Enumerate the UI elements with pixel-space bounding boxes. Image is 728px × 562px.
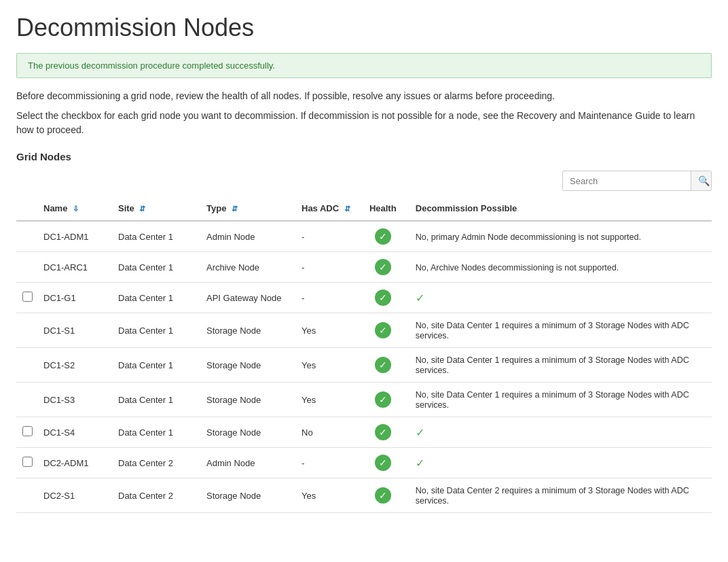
row-type: Admin Node [201, 221, 296, 252]
row-site: Data Center 1 [113, 283, 201, 313]
row-has-adc: - [296, 448, 356, 478]
row-checkbox-cell [16, 478, 38, 513]
row-health: ✓ [356, 417, 410, 448]
table-row: DC1-ADM1Data Center 1Admin Node-✓No, pri… [16, 221, 712, 252]
row-checkbox-cell [16, 283, 38, 313]
row-name: DC1-S4 [38, 417, 113, 448]
decommission-text: No, site Data Center 1 requires a minimu… [416, 321, 689, 340]
decommission-check-icon: ✓ [416, 427, 424, 438]
row-type: API Gateway Node [201, 283, 296, 313]
health-ok-icon: ✓ [375, 259, 391, 275]
row-health: ✓ [356, 478, 410, 513]
health-ok-icon: ✓ [375, 228, 391, 245]
row-type: Storage Node [201, 478, 296, 513]
row-name: DC1-S2 [38, 348, 113, 383]
table-header-row: Name ⇩ Site ⇵ Type ⇵ Has ADC ⇵ Health De… [16, 196, 712, 221]
row-checkbox-cell [16, 252, 38, 283]
table-row: DC1-ARC1Data Center 1Archive Node-✓No, A… [16, 252, 712, 283]
row-checkbox-cell [16, 417, 38, 448]
health-ok-icon: ✓ [375, 424, 391, 440]
name-sort-icon[interactable]: ⇩ [73, 205, 79, 213]
col-header-adc: Has ADC ⇵ [296, 196, 356, 221]
col-header-type: Type ⇵ [201, 196, 296, 221]
row-type: Storage Node [201, 313, 296, 348]
row-decommission: No, site Data Center 1 requires a minimu… [410, 383, 712, 417]
row-has-adc: - [296, 221, 356, 252]
row-checkbox-cell [16, 383, 38, 417]
row-checkbox-cell [16, 221, 38, 252]
row-type: Archive Node [201, 252, 296, 283]
row-has-adc: - [296, 283, 356, 313]
decommission-check-icon: ✓ [416, 292, 424, 304]
decommission-text: No, primary Admin Node decommissioning i… [416, 232, 641, 242]
section-title: Grid Nodes [16, 151, 712, 162]
row-health: ✓ [356, 448, 410, 478]
health-ok-icon: ✓ [375, 487, 391, 504]
health-ok-icon: ✓ [375, 391, 391, 408]
search-input[interactable] [563, 172, 691, 190]
row-has-adc: Yes [296, 348, 356, 383]
table-row: DC1-S4Data Center 1Storage NodeNo✓✓ [16, 417, 712, 448]
search-row: 🔍 [16, 171, 712, 191]
row-type: Storage Node [201, 383, 296, 417]
row-decommission: ✓ [410, 448, 712, 478]
row-health: ✓ [356, 348, 410, 383]
row-decommission: No, site Data Center 1 requires a minimu… [410, 348, 712, 383]
row-has-adc: - [296, 252, 356, 283]
row-checkbox[interactable] [22, 457, 33, 467]
row-health: ✓ [356, 221, 410, 252]
row-site: Data Center 1 [113, 313, 201, 348]
table-row: DC1-G1Data Center 1API Gateway Node-✓✓ [16, 283, 712, 313]
type-sort-icon[interactable]: ⇵ [232, 205, 238, 213]
row-has-adc: Yes [296, 383, 356, 417]
row-site: Data Center 2 [113, 478, 201, 513]
row-decommission: No, primary Admin Node decommissioning i… [410, 221, 712, 252]
row-site: Data Center 1 [113, 383, 201, 417]
row-type: Storage Node [201, 417, 296, 448]
row-decommission: No, site Data Center 2 requires a minimu… [410, 478, 712, 513]
row-name: DC1-S1 [38, 313, 113, 348]
col-header-decommission: Decommission Possible [410, 196, 712, 221]
decommission-text: No, site Data Center 1 requires a minimu… [416, 390, 689, 410]
row-site: Data Center 1 [113, 417, 201, 448]
row-name: DC1-ADM1 [38, 221, 113, 252]
decommission-text: No, site Data Center 2 requires a minimu… [416, 486, 689, 506]
adc-sort-icon[interactable]: ⇵ [344, 205, 350, 213]
row-name: DC1-S3 [38, 383, 113, 417]
row-checkbox[interactable] [22, 426, 33, 436]
table-row: DC1-S3Data Center 1Storage NodeYes✓No, s… [16, 383, 712, 417]
site-sort-icon[interactable]: ⇵ [139, 205, 145, 213]
row-type: Storage Node [201, 348, 296, 383]
row-name: DC1-ARC1 [38, 252, 113, 283]
row-has-adc: Yes [296, 313, 356, 348]
row-decommission: ✓ [410, 417, 712, 448]
row-checkbox-cell [16, 313, 38, 348]
row-has-adc: Yes [296, 478, 356, 513]
col-header-checkbox [16, 196, 38, 221]
row-checkbox[interactable] [22, 292, 33, 302]
decommission-text: No, site Data Center 1 requires a minimu… [416, 355, 689, 375]
table-row: DC1-S1Data Center 1Storage NodeYes✓No, s… [16, 313, 712, 348]
row-has-adc: No [296, 417, 356, 448]
description-2: Select the checkbox for each grid node y… [16, 109, 712, 137]
table-row: DC2-ADM1Data Center 2Admin Node-✓✓ [16, 448, 712, 478]
row-site: Data Center 1 [113, 252, 201, 283]
search-button[interactable]: 🔍 [691, 171, 712, 190]
row-decommission: ✓ [410, 283, 712, 313]
health-ok-icon: ✓ [375, 322, 391, 338]
decommission-text: No, Archive Nodes decommissioning is not… [416, 263, 619, 273]
row-name: DC2-S1 [38, 478, 113, 513]
search-container: 🔍 [562, 171, 712, 191]
row-type: Admin Node [201, 448, 296, 478]
table-row: DC1-S2Data Center 1Storage NodeYes✓No, s… [16, 348, 712, 383]
row-decommission: No, site Data Center 1 requires a minimu… [410, 313, 712, 348]
health-ok-icon: ✓ [375, 357, 391, 373]
row-health: ✓ [356, 252, 410, 283]
col-header-health: Health [356, 196, 410, 221]
col-header-name: Name ⇩ [38, 196, 113, 221]
row-decommission: No, Archive Nodes decommissioning is not… [410, 252, 712, 283]
decommission-check-icon: ✓ [416, 457, 424, 469]
page-title: Decommission Nodes [16, 14, 712, 42]
row-site: Data Center 1 [113, 221, 201, 252]
table-row: DC2-S1Data Center 2Storage NodeYes✓No, s… [16, 478, 712, 513]
